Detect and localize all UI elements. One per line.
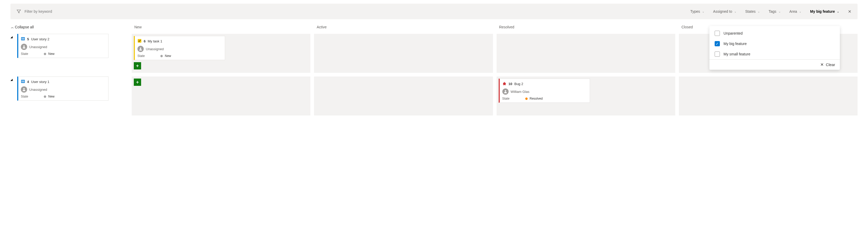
parent-filter-popup: Unparented✓My big featureMy small featur… — [709, 26, 840, 70]
state-field-label: State — [502, 97, 509, 101]
add-card-button[interactable]: + — [134, 79, 141, 86]
chevron-down-icon: ⌄ — [734, 10, 736, 13]
lane-toggle[interactable]: ◢ — [10, 34, 17, 39]
filter-input[interactable] — [24, 9, 102, 14]
state-value: Resolved — [525, 97, 543, 101]
swimlane: ◢ 4User story 1 UnassignedStateNew+ 10Bu… — [10, 76, 858, 115]
task-icon — [137, 39, 142, 44]
filter-icon — [17, 9, 21, 13]
svg-rect-2 — [23, 38, 24, 40]
state-dot-icon — [44, 53, 46, 55]
work-item-card[interactable]: 6My task 1 UnassignedStateNew — [134, 36, 225, 60]
filter-tags-label: Tags — [769, 9, 776, 13]
popup-option[interactable]: Unparented — [709, 28, 840, 38]
work-item-id: 4 — [27, 80, 29, 84]
filter-states-label: States — [745, 9, 755, 13]
column-header-new: New — [132, 25, 310, 29]
lane-toggle[interactable]: ◢ — [10, 76, 17, 81]
filter-area[interactable]: Area ⌄ — [789, 9, 802, 13]
board-cell[interactable] — [497, 34, 675, 73]
state-value: New — [160, 54, 171, 58]
clear-label: Clear — [826, 63, 835, 67]
filter-types-label: Types — [690, 9, 700, 13]
board-cell[interactable] — [314, 76, 493, 115]
parent-card[interactable]: 5User story 2 UnassignedStateNew — [17, 34, 108, 58]
filter-parent-feature[interactable]: My big feature ⌄ — [810, 9, 839, 13]
popup-option[interactable]: My small feature — [709, 49, 840, 59]
board-cell[interactable]: 6My task 1 UnassignedStateNew+ — [132, 34, 310, 73]
work-item-id: 10 — [508, 82, 512, 86]
filter-assigned-to-label: Assigned to — [713, 9, 732, 13]
column-header-active: Active — [314, 25, 493, 29]
svg-point-5 — [140, 48, 141, 49]
state-field-label: State — [21, 95, 28, 98]
column-header-resolved: Resolved — [497, 25, 675, 29]
add-card-button[interactable]: + — [134, 62, 141, 70]
svg-rect-8 — [23, 80, 24, 82]
avatar-icon — [21, 86, 27, 92]
state-value: New — [44, 52, 55, 56]
state-dot-icon — [44, 95, 46, 98]
assignee-label: William Glas — [511, 90, 529, 93]
popup-option[interactable]: ✓My big feature — [709, 38, 840, 49]
svg-point-3 — [23, 45, 25, 47]
board-cell[interactable] — [314, 34, 493, 73]
filter-assigned-to[interactable]: Assigned to ⌄ — [713, 9, 736, 13]
parent-card[interactable]: 4User story 1 UnassignedStateNew — [17, 76, 108, 101]
bug-icon — [502, 81, 506, 86]
state-dot-icon — [525, 98, 528, 100]
checkbox[interactable]: ✓ — [715, 41, 720, 46]
avatar-icon — [21, 44, 27, 50]
svg-rect-1 — [22, 38, 23, 40]
popup-option-label: My big feature — [723, 42, 747, 46]
clear-button[interactable]: ✕ Clear — [820, 62, 835, 67]
state-field-label: State — [21, 52, 28, 56]
filter-tags[interactable]: Tags ⌄ — [769, 9, 781, 13]
checkbox[interactable] — [715, 51, 720, 57]
work-item-card[interactable]: 10Bug 2 William GlasStateResolved — [499, 79, 590, 103]
svg-point-11 — [505, 90, 506, 91]
chevron-down-icon: ⌄ — [702, 10, 704, 13]
avatar-icon — [502, 88, 508, 95]
state-value: New — [44, 95, 55, 98]
work-item-id: 5 — [27, 37, 29, 41]
assignee-label: Unassigned — [29, 45, 47, 49]
collapse-all-label: Collapse all — [15, 25, 34, 29]
work-item-id: 6 — [144, 39, 146, 43]
work-item-title: User story 2 — [31, 37, 49, 41]
assignee-label: Unassigned — [29, 88, 47, 91]
work-item-title: User story 1 — [31, 80, 49, 84]
checkbox[interactable] — [715, 31, 720, 36]
chevron-down-icon: ⌄ — [837, 10, 839, 13]
chevron-down-icon: ⌄ — [799, 10, 801, 13]
assignee-label: Unassigned — [146, 47, 164, 51]
collapse-all-button[interactable]: ︽ Collapse all — [10, 25, 132, 29]
svg-point-10 — [503, 82, 506, 85]
state-field-label: State — [137, 54, 145, 58]
board-cell[interactable]: 10Bug 2 William GlasStateResolved — [497, 76, 675, 115]
close-filter-icon[interactable]: ✕ — [848, 9, 851, 14]
board-cell[interactable]: + — [132, 76, 310, 115]
svg-rect-7 — [22, 80, 23, 82]
state-dot-icon — [160, 55, 163, 57]
collapse-icon: ︽ — [11, 25, 13, 29]
filter-area-label: Area — [789, 9, 797, 13]
filter-types[interactable]: Types ⌄ — [690, 9, 704, 13]
svg-point-9 — [23, 88, 25, 89]
filter-states[interactable]: States ⌄ — [745, 9, 760, 13]
close-icon: ✕ — [820, 62, 824, 67]
filter-parent-feature-label: My big feature — [810, 9, 835, 13]
story-icon — [21, 37, 25, 42]
chevron-down-icon: ⌄ — [779, 10, 781, 13]
chevron-down-icon: ⌄ — [758, 10, 760, 13]
filter-bar: Types ⌄ Assigned to ⌄ States ⌄ Tags ⌄ Ar… — [10, 4, 858, 19]
story-icon — [21, 79, 25, 84]
popup-option-label: Unparented — [723, 31, 743, 35]
avatar-icon — [137, 46, 144, 52]
work-item-title: Bug 2 — [514, 82, 523, 86]
popup-option-label: My small feature — [723, 52, 750, 56]
board-cell[interactable] — [679, 76, 858, 115]
work-item-title: My task 1 — [148, 39, 162, 43]
